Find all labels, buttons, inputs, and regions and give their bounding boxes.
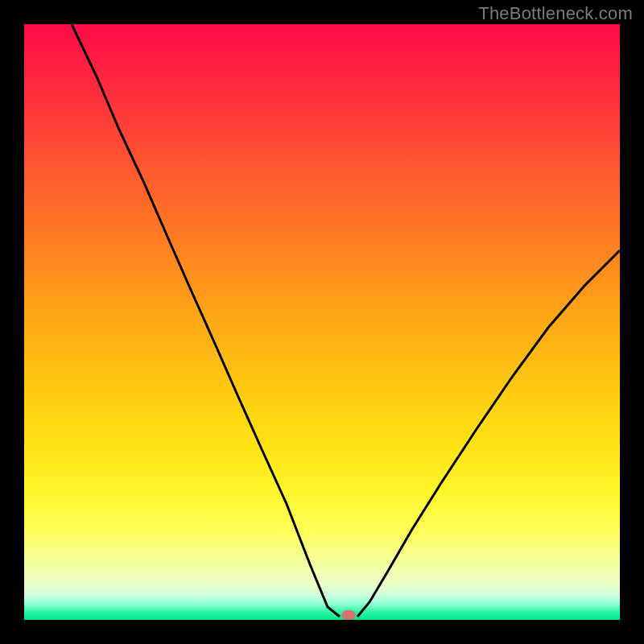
chart-frame: TheBottleneck.com <box>0 0 644 644</box>
plot-area <box>24 24 620 620</box>
curve-right-path <box>357 250 620 617</box>
curve-left-path <box>72 24 340 617</box>
bottleneck-curve <box>24 24 620 620</box>
optimal-marker <box>342 610 356 620</box>
watermark-text: TheBottleneck.com <box>478 3 633 24</box>
